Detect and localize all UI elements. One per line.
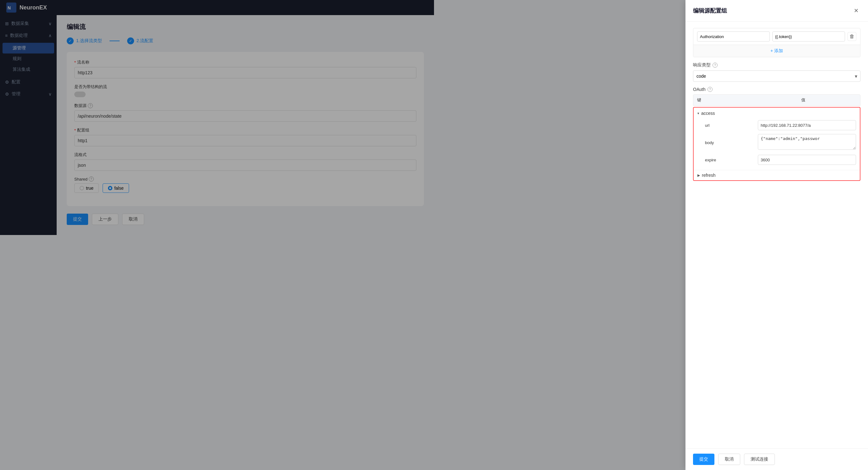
modal-overlay[interactable] [0,0,434,235]
